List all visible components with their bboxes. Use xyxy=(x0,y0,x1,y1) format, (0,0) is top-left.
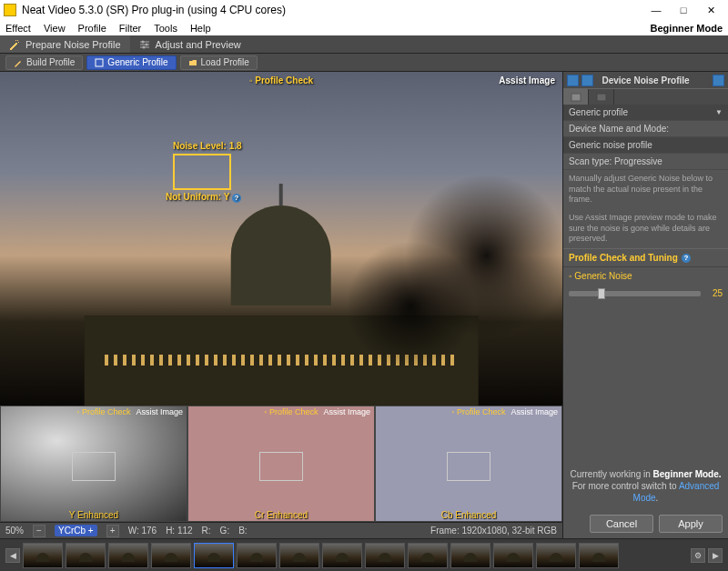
frame-thumb[interactable] xyxy=(322,543,362,568)
frame-thumb[interactable] xyxy=(579,543,619,568)
wand-icon xyxy=(9,39,20,50)
scan-type: Scan type: Progressive xyxy=(563,154,728,170)
frame-thumb[interactable] xyxy=(365,543,405,568)
frame-thumb[interactable] xyxy=(450,543,490,568)
minimize-button[interactable]: — xyxy=(642,0,670,20)
pixel-r: R: xyxy=(202,526,211,536)
device-noise-profile-panel: Device Noise Profile Generic profile ▼ D… xyxy=(562,72,728,538)
generic-noise-slider[interactable] xyxy=(569,291,701,296)
frame-filmstrip: ◀ ⚙ ▶ xyxy=(0,538,728,571)
slider-value: 25 xyxy=(706,288,723,298)
frame-info: Frame: 1920x1080, 32-bit RGB xyxy=(430,526,557,536)
save-profile-icon[interactable] xyxy=(567,75,579,86)
frame-thumb-selected[interactable] xyxy=(194,543,234,568)
pixel-g: G: xyxy=(220,526,230,536)
profile-tab-1[interactable] xyxy=(563,89,589,105)
filmstrip-next-button[interactable]: ▶ xyxy=(708,548,723,563)
pixel-b: B: xyxy=(238,526,247,536)
menu-tools[interactable]: Tools xyxy=(154,23,177,34)
profile-toolbar: Build Profile Generic Profile Load Profi… xyxy=(0,54,728,72)
hint-text-1: Manually adjust Generic Noise below to m… xyxy=(563,170,728,209)
folder-icon xyxy=(188,58,197,67)
main-tabs: Prepare Noise Profile Adjust and Preview xyxy=(0,35,728,54)
status-bar: 50% − YCrCb + + W: 176 H: 112 R: G: B: F… xyxy=(0,522,562,538)
profile-tabstrip xyxy=(563,88,728,105)
frame-thumb[interactable] xyxy=(151,543,191,568)
mode-hint: Currently working in Beginner Mode. For … xyxy=(563,463,728,509)
svg-point-1 xyxy=(145,43,147,45)
zoom-out-button[interactable]: − xyxy=(33,525,46,537)
cancel-button[interactable]: Cancel xyxy=(590,515,653,533)
zoom-level[interactable]: 50% xyxy=(5,526,24,536)
panel-help-icon[interactable] xyxy=(713,75,724,86)
sel-height: H: 112 xyxy=(166,526,192,536)
selection-box xyxy=(72,452,116,481)
sel-width: W: 176 xyxy=(128,526,157,536)
window-titlebar: Neat Video 5.3.0 (SR) Pro plug-in (using… xyxy=(0,0,728,20)
menu-bar: Effect View Profile Filter Tools Help Be… xyxy=(0,20,728,35)
profile-icon xyxy=(95,58,104,67)
frame-thumb[interactable] xyxy=(536,543,576,568)
help-icon[interactable]: ? xyxy=(232,194,241,203)
menu-view[interactable]: View xyxy=(44,23,66,34)
help-icon[interactable]: ? xyxy=(682,254,691,263)
not-uniform-label: Not Uniform: Y ? xyxy=(166,192,241,203)
frame-thumb[interactable] xyxy=(108,543,148,568)
save-profile-as-icon[interactable] xyxy=(581,75,593,86)
frame-thumb[interactable] xyxy=(493,543,533,568)
filmstrip-settings-button[interactable]: ⚙ xyxy=(691,548,705,563)
generic-noise-slider-row: ◦ Generic Noise xyxy=(563,267,728,285)
menu-effect[interactable]: Effect xyxy=(5,23,31,34)
zoom-in-button[interactable]: + xyxy=(106,525,119,537)
assist-image-label[interactable]: Assist Image xyxy=(499,75,555,85)
tab-prepare-noise-profile[interactable]: Prepare Noise Profile xyxy=(0,35,130,53)
maximize-button[interactable]: □ xyxy=(670,0,697,20)
svg-rect-4 xyxy=(571,94,581,101)
generic-profile-button[interactable]: Generic Profile xyxy=(86,55,176,70)
filmstrip-prev-button[interactable]: ◀ xyxy=(5,548,20,563)
apply-button[interactable]: Apply xyxy=(659,515,723,533)
menu-filter[interactable]: Filter xyxy=(119,23,141,34)
selection-box xyxy=(259,452,303,481)
tab-adjust-preview[interactable]: Adjust and Preview xyxy=(130,35,250,53)
color-space[interactable]: YCrCb + xyxy=(55,525,97,536)
frame-thumb[interactable] xyxy=(408,543,448,568)
frame-thumb[interactable] xyxy=(237,543,277,568)
window-title: Neat Video 5.3.0 (SR) Pro plug-in (using… xyxy=(22,4,642,16)
tab-label: Adjust and Preview xyxy=(156,39,241,50)
panel-title: Device Noise Profile xyxy=(563,72,728,88)
menu-help[interactable]: Help xyxy=(190,23,211,34)
svg-point-2 xyxy=(142,45,145,48)
y-channel-preview[interactable]: ◦ Profile CheckAssist Image Y Enhanced xyxy=(0,406,187,522)
app-icon xyxy=(4,4,16,16)
svg-rect-5 xyxy=(597,94,606,101)
mode-indicator[interactable]: Beginner Mode xyxy=(651,23,723,34)
image-content-trees xyxy=(309,155,562,406)
noise-level-label: Noise Level: 1.8 xyxy=(173,141,242,151)
hint-text-2: Use Assist Image preview mode to make su… xyxy=(563,209,728,248)
menu-profile[interactable]: Profile xyxy=(78,23,106,34)
cr-channel-preview[interactable]: ◦ Profile CheckAssist Image Cr Enhanced xyxy=(187,406,375,522)
svg-rect-3 xyxy=(96,59,103,66)
slider-thumb[interactable] xyxy=(598,288,605,299)
svg-point-0 xyxy=(141,40,144,43)
profile-check-label: ◦ Profile Check xyxy=(249,75,313,85)
frame-thumb[interactable] xyxy=(23,543,63,568)
selection-box xyxy=(447,452,490,481)
close-button[interactable]: ✕ xyxy=(697,0,724,20)
slider-label: ◦ Generic Noise xyxy=(569,271,632,281)
build-profile-button[interactable]: Build Profile xyxy=(5,55,83,70)
frame-thumb[interactable] xyxy=(66,543,106,568)
frame-thumb[interactable] xyxy=(279,543,319,568)
sliders-icon xyxy=(139,39,150,50)
profile-tab-2[interactable] xyxy=(589,89,614,105)
profile-dropdown[interactable]: Generic profile ▼ xyxy=(563,105,728,121)
load-profile-button[interactable]: Load Profile xyxy=(180,55,258,70)
wand-icon xyxy=(14,58,23,67)
channel-previews: ◦ Profile CheckAssist Image Y Enhanced ◦… xyxy=(0,406,562,522)
main-preview[interactable]: ◦ Profile Check Assist Image Noise Level… xyxy=(0,72,562,406)
cb-channel-preview[interactable]: ◦ Profile CheckAssist Image Cb Enhanced xyxy=(375,406,562,522)
device-name-label: Device Name and Mode: xyxy=(563,121,728,137)
selection-box[interactable] xyxy=(173,154,231,190)
tab-label: Prepare Noise Profile xyxy=(25,39,121,50)
